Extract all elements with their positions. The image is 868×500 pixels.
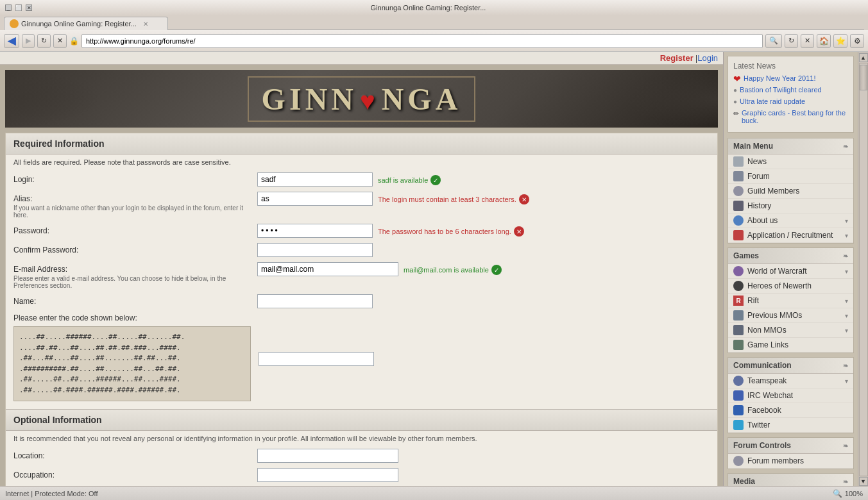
game-links-icon <box>733 340 744 350</box>
news-item-3: ● Ultra late raid update <box>733 97 848 106</box>
about-arrow-icon: ▾ <box>845 217 848 224</box>
confirm-password-field-row: Confirm Password: <box>6 240 717 260</box>
non-mmos-arrow-icon: ▾ <box>845 327 848 334</box>
tab-close[interactable]: ✕ <box>143 21 148 28</box>
refresh-btn2[interactable]: ↻ <box>785 34 798 48</box>
sidebar-item-game-links[interactable]: Game Links <box>728 338 853 353</box>
email-status-text: mail@mail.com is available <box>404 266 489 274</box>
wow-icon <box>733 266 744 276</box>
login-label: Login: <box>13 172 257 184</box>
sidebar-item-forum[interactable]: Forum <box>728 169 853 184</box>
sidebar-item-news[interactable]: News <box>728 154 853 169</box>
required-section-header: Required Information <box>6 133 717 154</box>
media-menu-decoration: ❧ <box>843 478 848 485</box>
alias-input[interactable] <box>257 192 373 206</box>
search-button[interactable]: 🔍 <box>765 34 782 48</box>
minimize-btn[interactable]: _ <box>5 4 12 11</box>
confirm-password-input[interactable] <box>257 243 373 257</box>
scroll-track[interactable] <box>859 63 868 476</box>
name-field-row: Name: <box>6 292 717 311</box>
forward-button[interactable]: ▶ <box>22 34 35 48</box>
captcha-input[interactable] <box>259 352 374 366</box>
forum-controls-menu-box: Forum Controls ❧ Forum members <box>728 437 854 469</box>
form-container: Required Information All fields are requ… <box>5 133 718 486</box>
prev-mmos-arrow-icon: ▾ <box>845 312 848 319</box>
sidebar-item-guild-members[interactable]: Guild Members <box>728 184 853 199</box>
restore-btn[interactable]: ⬜ <box>15 4 22 11</box>
location-input[interactable] <box>257 449 398 463</box>
news-pencil-icon: ✏ <box>733 109 739 119</box>
sidebar-item-application[interactable]: Application / Recruitment ▾ <box>728 228 853 243</box>
password-input[interactable] <box>257 224 373 238</box>
zoom-level: 100% <box>845 490 863 497</box>
sidebar-item-rift[interactable]: R Rift ▾ <box>728 294 853 308</box>
login-link[interactable]: Login <box>697 53 718 63</box>
occupation-label: Occupation: <box>13 468 257 479</box>
tab-bar: Ginnunga Online Gaming: Register... ✕ <box>0 15 868 30</box>
email-input[interactable] <box>257 262 398 276</box>
facebook-icon <box>733 405 744 415</box>
sidebar-item-twitter-label: Twitter <box>747 421 848 429</box>
sidebar-item-irc[interactable]: IRC Webchat <box>728 388 853 403</box>
sidebar-item-non-mmos[interactable]: Non MMOs ▾ <box>728 323 853 338</box>
scroll-thumb[interactable] <box>860 65 867 90</box>
sidebar-item-forum-members[interactable]: Forum members <box>728 454 853 469</box>
browser-tab[interactable]: Ginnunga Online Gaming: Register... ✕ <box>4 17 168 30</box>
news-link-4[interactable]: Graphic cards - Best bang for the buck. <box>742 109 848 124</box>
twitter-icon <box>733 420 744 430</box>
confirm-password-input-area <box>257 243 710 257</box>
news-link-1[interactable]: Happy New Year 2011! <box>744 74 816 82</box>
sidebar-item-about[interactable]: About us ▾ <box>728 213 853 228</box>
scroll-down-button[interactable]: ▼ <box>859 477 868 486</box>
sidebar-item-teamspeak[interactable]: Teamspeak ▾ <box>728 374 853 388</box>
register-link[interactable]: Register <box>660 53 694 63</box>
login-input[interactable] <box>257 172 373 187</box>
password-status: The password has to be 6 characters long… <box>378 224 524 237</box>
main-menu-title: Main Menu <box>733 142 773 151</box>
occupation-input[interactable] <box>257 468 398 482</box>
games-menu-box: Games ❧ World of Warcraft ▾ Heroes of Ne… <box>728 247 854 353</box>
scroll-up-button[interactable]: ▲ <box>859 53 868 62</box>
window-controls[interactable]: _ ⬜ ✕ <box>5 4 32 11</box>
sidebar-item-facebook[interactable]: Facebook <box>728 403 853 418</box>
forum-icon <box>733 171 744 181</box>
stop-btn2[interactable]: ✕ <box>801 34 814 48</box>
news-dot-icon-3: ● <box>733 97 737 106</box>
favorites-button[interactable]: ⭐ <box>833 34 847 48</box>
news-icon <box>733 156 744 167</box>
page-scrollbar[interactable]: ▲ ▼ <box>858 52 868 486</box>
stop-button[interactable]: ✕ <box>53 34 67 48</box>
communication-menu-header: Communication ❧ <box>728 358 853 374</box>
sidebar-item-wow[interactable]: World of Warcraft ▾ <box>728 264 853 279</box>
alias-status: The login must contain at least 3 charac… <box>378 192 529 204</box>
news-link-2[interactable]: Bastion of Twilight cleared <box>740 86 822 94</box>
news-item-1: ❤ Happy New Year 2011! <box>733 74 848 83</box>
sidebar-item-history[interactable]: History <box>728 199 853 213</box>
sidebar-item-hon[interactable]: Heroes of Newerth <box>728 279 853 294</box>
email-field-row: E-mail Address: Please enter a valid e-m… <box>6 260 717 292</box>
captcha-area-wrapper: ....##.....######....##.....##......##. … <box>13 326 374 401</box>
password-error-icon: ✕ <box>514 226 524 237</box>
sidebar-item-prev-mmos[interactable]: Previous MMOs ▾ <box>728 308 853 323</box>
alias-error-icon: ✕ <box>519 194 529 204</box>
back-button[interactable]: ◀ <box>4 34 19 48</box>
tools-button[interactable]: ⚙ <box>850 34 864 48</box>
refresh-button[interactable]: ↻ <box>37 34 51 48</box>
media-menu-box: Media ❧ Movies Photo Gallery ▾ <box>728 473 854 486</box>
news-link-3[interactable]: Ultra late raid update <box>740 97 805 105</box>
name-input[interactable] <box>257 294 373 308</box>
alias-field-row: Alias: If you want a nickname other than… <box>6 189 717 221</box>
captcha-label: Please enter the code shown below: <box>13 313 137 322</box>
home-button[interactable]: 🏠 <box>817 34 831 48</box>
sidebar-item-irc-label: IRC Webchat <box>747 391 848 400</box>
captcha-field-row: Please enter the code shown below: ....#… <box>6 311 717 404</box>
teamspeak-arrow-icon: ▾ <box>845 378 848 385</box>
url-input[interactable] <box>81 34 763 48</box>
site-logo: GINN♥NGA <box>262 82 462 116</box>
location-label: Location: <box>13 449 257 460</box>
required-section-desc: All fields are required. Please note tha… <box>6 154 717 170</box>
sidebar-item-twitter[interactable]: Twitter <box>728 418 853 433</box>
close-btn[interactable]: ✕ <box>26 4 32 11</box>
tab-label: Ginnunga Online Gaming: Register... <box>21 20 137 28</box>
main-menu-decoration: ❧ <box>843 143 848 150</box>
